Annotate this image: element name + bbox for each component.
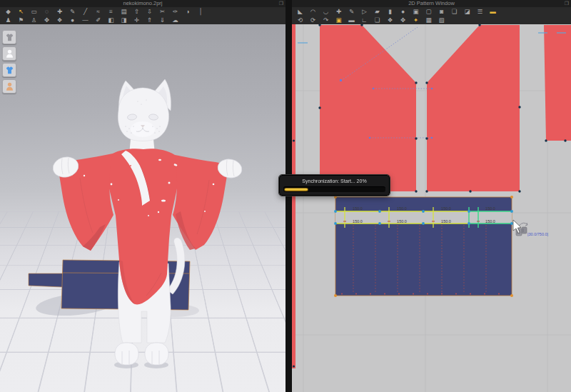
align-icon[interactable]: ✛ (131, 16, 143, 24)
trace-icon[interactable]: ▬ (487, 7, 499, 16)
pleats-icon[interactable]: ☰ (474, 7, 486, 16)
notch-icon[interactable]: ◪ (461, 7, 473, 16)
svg-text:150.0: 150.0 (485, 206, 495, 211)
texture-icon[interactable]: ❖ (384, 16, 396, 24)
svg-text:150.0: 150.0 (485, 219, 495, 223)
simulate-icon[interactable]: ◆ (2, 7, 14, 16)
tape-icon[interactable]: ✐ (92, 16, 104, 24)
pattern-sleeve-piece[interactable] (544, 25, 571, 141)
2d-panel-window-icon[interactable]: ❐ (565, 0, 569, 7)
svg-text:150.0: 150.0 (397, 219, 407, 223)
seam-tape-icon[interactable]: ∟ (358, 16, 370, 24)
rotate-hint-icon (519, 223, 527, 226)
dart-icon[interactable]: ▣ (410, 7, 422, 16)
edit-curvature-icon[interactable]: ◡ (320, 7, 332, 16)
wind-icon[interactable]: ✥ (41, 16, 53, 24)
circle-icon[interactable]: ● (397, 7, 409, 16)
svg-text:150.0: 150.0 (353, 206, 363, 211)
svg-text:150.0: 150.0 (441, 206, 451, 211)
select-box-icon[interactable]: ▭ (28, 7, 40, 16)
select-lasso-icon[interactable]: ◌ (41, 7, 53, 16)
fold-arrange-icon[interactable]: ⟳ (307, 16, 319, 24)
pin-icon[interactable]: ✚ (54, 7, 66, 16)
edit-sewing-icon[interactable]: ▣ (333, 16, 345, 24)
show-skin-button[interactable] (2, 79, 16, 94)
panel-divider[interactable] (286, 0, 292, 392)
pen-2d-icon[interactable]: ✎ (345, 7, 358, 16)
tack-icon[interactable]: ✑ (169, 7, 181, 16)
svg-text:150.0: 150.0 (441, 219, 451, 223)
show-cloth-button[interactable] (2, 63, 16, 77)
measure-tooltip: [30.0/750.0] (527, 232, 549, 236)
grid-diag-icon[interactable]: ▧ (435, 16, 448, 24)
show-avatar-button[interactable] (2, 46, 16, 61)
free-sewing-icon[interactable]: ≡ (105, 7, 117, 16)
3d-viewport[interactable] (0, 24, 286, 392)
bar-icon[interactable]: │ (195, 7, 207, 16)
svg-text:150.0: 150.0 (397, 206, 407, 211)
3d-garment-panel: nekokimono.2prj ❐ ◆↖▭◌✚✎╱≈≡▤⇧⇩✂✑◗│ ♟⚑♙✥❖… (0, 0, 286, 392)
lift-up-icon[interactable]: ⇑ (143, 16, 156, 24)
poly-pen-icon[interactable]: ▷ (358, 7, 370, 16)
fabric-icon[interactable]: ❖ (54, 16, 66, 24)
kimono-pattern-pieces[interactable] (292, 24, 571, 368)
3d-panel-title: nekokimono.2prj (123, 0, 162, 6)
cat-head (118, 79, 171, 141)
dash-icon[interactable]: — (79, 16, 91, 24)
sparkle-icon[interactable]: ✦ (410, 16, 422, 24)
pattern-front-left[interactable] (320, 25, 416, 191)
symmetry-icon[interactable]: ✥ (397, 16, 409, 24)
avatar-icon[interactable]: ♟ (2, 16, 14, 24)
mannequin-icon[interactable]: ♙ (28, 16, 40, 24)
segment-sewing-icon[interactable]: ≈ (92, 7, 104, 16)
transform-pattern-icon[interactable]: ◣ (294, 7, 306, 16)
show-avatar-icon (4, 49, 15, 59)
2d-pattern-panel: 2D Pattern Window ❐ ◣◠◡✚✎▷▰▮●▣▢◙❏◪☰▬ ⟲⟳↷… (292, 0, 571, 392)
pattern-side-strip[interactable] (292, 24, 295, 368)
flatten-left-icon[interactable]: ◧ (105, 16, 117, 24)
grading-icon[interactable]: ❏ (448, 7, 460, 16)
arrange-up-icon[interactable]: ⇧ (131, 7, 143, 16)
pose-icon[interactable]: ⚑ (15, 16, 27, 24)
marvelous-designer-window: nekokimono.2prj ❐ ◆↖▭◌✚✎╱≈≡▤⇧⇩✂✑◗│ ♟⚑♙✥❖… (0, 0, 571, 392)
sync-message: Synchronization: Start... 20% (280, 179, 389, 184)
pattern-front-right[interactable] (427, 25, 520, 191)
cloud-icon[interactable]: ☁ (169, 16, 181, 24)
unfold-icon[interactable]: ⟲ (294, 16, 306, 24)
outline-icon[interactable]: ❏ (371, 16, 383, 24)
polygon-icon[interactable]: ▰ (371, 7, 383, 16)
grid-quad-icon[interactable]: ▦ (423, 16, 435, 24)
obi-pattern-2d[interactable]: 150.0 150.0 150.0 150.0 150.0 150.0 150.… (334, 196, 513, 297)
select-move-icon[interactable]: ↖ (15, 7, 27, 16)
show-garment-icon (4, 32, 15, 43)
steam-icon[interactable]: ◗ (182, 7, 194, 16)
viewport-display-toggles (2, 30, 16, 94)
3d-panel-titlebar[interactable]: nekokimono.2prj ❐ (0, 0, 286, 7)
iron-icon[interactable]: ▬ (345, 16, 358, 24)
garment-icon[interactable]: ▤ (118, 7, 130, 16)
hole-icon[interactable]: ◙ (435, 7, 448, 16)
pen-3d-icon[interactable]: ✎ (66, 7, 79, 16)
flatten-right-icon[interactable]: ◨ (118, 16, 130, 24)
2d-panel-title: 2D Pattern Window (408, 0, 455, 6)
ball-icon[interactable]: ● (66, 16, 79, 24)
rounded-rect-icon[interactable]: ▢ (423, 7, 435, 16)
fold-3d-icon[interactable]: ↷ (320, 16, 332, 24)
edit-seam-icon[interactable]: ╱ (79, 7, 91, 16)
2d-scene: 150.0 150.0 150.0 150.0 150.0 150.0 150.… (292, 24, 571, 392)
arrange-down-icon[interactable]: ⇩ (143, 7, 156, 16)
cursor-group: [30.0/750.0] (513, 220, 549, 236)
sync-progress-fill (284, 188, 308, 191)
sync-toast: Synchronization: Start... 20% (279, 175, 390, 196)
lift-down-icon[interactable]: ⇓ (156, 16, 168, 24)
2d-panel-titlebar[interactable]: 2D Pattern Window ❐ (292, 0, 571, 7)
edit-point-icon[interactable]: ◠ (307, 7, 319, 16)
show-garment-button[interactable] (2, 30, 16, 44)
3d-panel-window-icon[interactable]: ❐ (279, 0, 283, 7)
scissors-icon[interactable]: ✂ (156, 7, 168, 16)
show-cloth-icon (4, 65, 15, 76)
sync-progress-track (283, 186, 385, 192)
add-point-icon[interactable]: ✚ (333, 7, 345, 16)
2d-pattern-canvas[interactable]: 150.0 150.0 150.0 150.0 150.0 150.0 150.… (292, 24, 571, 392)
rectangle-icon[interactable]: ▮ (384, 7, 396, 16)
